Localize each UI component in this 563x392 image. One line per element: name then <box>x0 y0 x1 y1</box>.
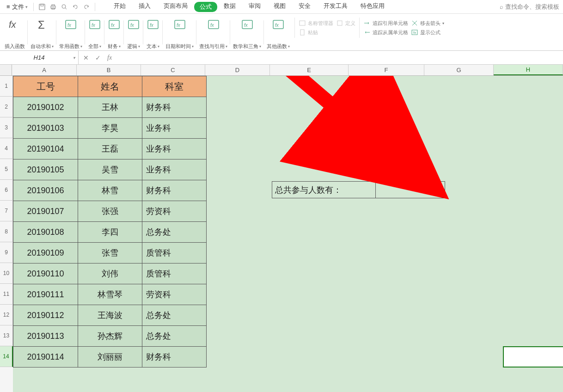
cell[interactable]: 总务处 <box>142 326 207 347</box>
row-header-11[interactable]: 11 <box>0 284 13 305</box>
trace-precedents-button[interactable]: 追踪引用单元格 <box>363 19 408 27</box>
redo-icon[interactable] <box>82 3 91 11</box>
cell[interactable]: 王磊 <box>78 139 142 159</box>
tab-页面布局[interactable]: 页面布局 <box>157 2 194 12</box>
cell[interactable]: 20190104 <box>13 139 78 159</box>
cell[interactable]: 质管科 <box>142 243 207 263</box>
cell[interactable]: 20190107 <box>13 201 78 222</box>
column-header-D[interactable]: D <box>205 65 270 75</box>
ribbon-财务-button[interactable]: fx财务▾ <box>104 18 124 50</box>
cell[interactable]: 林雪 <box>78 180 142 201</box>
column-header-C[interactable]: C <box>141 65 205 75</box>
cell[interactable]: 王海波 <box>78 305 142 326</box>
cell[interactable]: 李昊 <box>78 118 142 139</box>
ribbon-常用函数-button[interactable]: fx常用函数▾ <box>56 18 85 50</box>
fx-icon[interactable]: fx <box>107 54 112 61</box>
cell[interactable]: 20190110 <box>13 263 78 284</box>
print-icon[interactable] <box>49 3 57 11</box>
cells-area[interactable]: 工号 姓名 科室 20190102王林财务科20190103李昊业务科20190… <box>13 76 563 392</box>
row-header-10[interactable]: 10 <box>0 263 13 284</box>
cell[interactable]: 财务科 <box>142 97 207 118</box>
name-box[interactable]: H14 ▾ <box>0 51 79 64</box>
cell[interactable]: 20190114 <box>13 347 78 368</box>
cell[interactable]: 20190112 <box>13 305 78 326</box>
row-header-3[interactable]: 3 <box>0 117 13 138</box>
tab-开始[interactable]: 开始 <box>107 2 132 12</box>
show-formulas-button[interactable]: fx 显示公式 <box>411 29 441 36</box>
row-header-6[interactable]: 6 <box>0 180 13 201</box>
ribbon-查找与引用-button[interactable]: fx查找与引用▾ <box>196 18 230 50</box>
cell[interactable]: 劳资科 <box>142 201 207 222</box>
tab-审阅[interactable]: 审阅 <box>242 2 267 12</box>
cell[interactable]: 业务科 <box>142 159 207 180</box>
cell[interactable]: 20190105 <box>13 159 78 180</box>
tab-公式[interactable]: 公式 <box>194 2 217 12</box>
cell[interactable]: 张雪 <box>78 243 142 263</box>
cell[interactable]: 20190113 <box>13 326 78 347</box>
cell[interactable]: 20190103 <box>13 118 78 139</box>
trace-dependents-button[interactable]: 追踪从属单元格 <box>363 29 408 36</box>
tab-开发工具[interactable]: 开发工具 <box>317 2 354 12</box>
header-cell[interactable]: 科室 <box>142 76 207 97</box>
cell[interactable]: 财务科 <box>142 347 207 368</box>
ribbon-其他函数-button[interactable]: fx其他函数▾ <box>264 18 293 50</box>
cell[interactable]: 林雪琴 <box>78 284 142 305</box>
cell[interactable]: 业务科 <box>142 139 207 159</box>
cell[interactable]: 王林 <box>78 97 142 118</box>
row-header-1[interactable]: 1 <box>0 76 13 97</box>
cell[interactable]: 20190109 <box>13 243 78 263</box>
cell[interactable]: 质管科 <box>142 263 207 284</box>
row-header-13[interactable]: 13 <box>0 325 13 346</box>
enter-icon[interactable]: ✓ <box>95 54 101 61</box>
row-header-2[interactable]: 2 <box>0 97 13 117</box>
cell[interactable]: 李四 <box>78 222 142 243</box>
row-header-8[interactable]: 8 <box>0 221 13 242</box>
ribbon-插入函数-button[interactable]: fx插入函数 <box>2 18 28 50</box>
save-icon[interactable] <box>38 3 46 11</box>
select-all-corner[interactable] <box>0 65 12 75</box>
print-preview-icon[interactable] <box>60 3 68 11</box>
row-header-9[interactable]: 9 <box>0 242 13 263</box>
row-header-12[interactable]: 12 <box>0 305 13 325</box>
cell[interactable]: 总务处 <box>142 305 207 326</box>
ribbon-逻辑-button[interactable]: fx逻辑▾ <box>124 18 143 50</box>
tab-特色应用[interactable]: 特色应用 <box>354 2 391 12</box>
cell[interactable]: 吴雪 <box>78 159 142 180</box>
ribbon-文本-button[interactable]: fx文本▾ <box>143 18 163 50</box>
formula-input[interactable] <box>116 51 563 64</box>
cell[interactable]: 20190106 <box>13 180 78 201</box>
cell[interactable]: 20190108 <box>13 222 78 243</box>
cell[interactable]: 孙杰辉 <box>78 326 142 347</box>
cell[interactable]: 财务科 <box>142 180 207 201</box>
cancel-icon[interactable]: ✕ <box>83 54 89 61</box>
row-header-5[interactable]: 5 <box>0 159 13 180</box>
paste-button[interactable]: 粘贴 <box>299 29 318 36</box>
header-cell[interactable]: 姓名 <box>78 76 142 97</box>
cell[interactable]: 总务处 <box>142 222 207 243</box>
column-header-G[interactable]: G <box>424 65 494 75</box>
undo-icon[interactable] <box>71 3 80 11</box>
column-header-H[interactable]: H <box>494 65 563 75</box>
column-header-E[interactable]: E <box>270 65 349 75</box>
summary-label-cell[interactable]: 总共参与人数有： <box>272 182 376 198</box>
ribbon-全部-button[interactable]: fx全部▾ <box>85 18 104 50</box>
column-header-F[interactable]: F <box>349 65 424 75</box>
cell[interactable]: 业务科 <box>142 118 207 139</box>
column-header-A[interactable]: A <box>12 65 77 75</box>
cell[interactable]: 张强 <box>78 201 142 222</box>
tab-插入[interactable]: 插入 <box>132 2 157 12</box>
summary-value-cell[interactable]: 13 <box>376 182 445 198</box>
row-header-4[interactable]: 4 <box>0 138 13 159</box>
ribbon-数学和三角-button[interactable]: fx数学和三角▾ <box>230 18 264 50</box>
remove-arrows-button[interactable]: 移去箭头 ▾ <box>411 19 444 27</box>
file-menu-button[interactable]: ≡ 文件 ▾ <box>4 3 31 11</box>
ribbon-自动求和-button[interactable]: Σ自动求和▾ <box>28 18 56 50</box>
cell[interactable]: 20190111 <box>13 284 78 305</box>
tab-数据[interactable]: 数据 <box>217 2 242 12</box>
define-name-button[interactable]: 定义 <box>336 19 355 27</box>
tab-安全[interactable]: 安全 <box>292 2 317 12</box>
cell[interactable]: 刘丽丽 <box>78 347 142 368</box>
name-manager-button[interactable]: 名称管理器 <box>299 19 333 27</box>
search-area[interactable]: ⌕ 查找命令、搜索模板 <box>500 3 559 11</box>
cell[interactable]: 劳资科 <box>142 284 207 305</box>
